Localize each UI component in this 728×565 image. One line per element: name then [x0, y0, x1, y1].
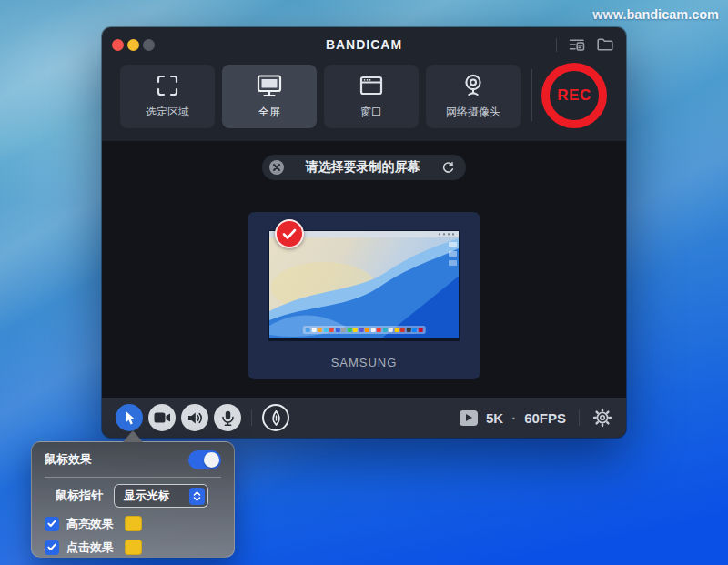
dock-app-icon: [318, 328, 322, 332]
footer-toolbar: 5K · 60FPS: [102, 398, 626, 438]
record-button[interactable]: REC: [541, 63, 607, 128]
dock: [303, 326, 426, 334]
desktop-preview-image: [269, 231, 460, 341]
popover-divider: [45, 477, 221, 478]
webcam-icon: [460, 72, 487, 99]
dock-app-icon: [370, 328, 375, 332]
dock-app-icon: [335, 328, 339, 332]
bandicam-window: BANDICAM: [102, 27, 626, 438]
toggle-knob: [204, 452, 219, 468]
highlight-effect-label: 高亮效果: [66, 516, 114, 532]
footer-divider: [251, 409, 252, 426]
titlebar-divider: [556, 38, 557, 52]
dock-app-icon: [412, 328, 417, 332]
mode-label: 网络摄像头: [446, 105, 500, 120]
dock-app-icon: [353, 328, 358, 332]
window-capture-icon: [358, 72, 385, 99]
window-title: BANDICAM: [102, 27, 626, 62]
dock-app-icon: [377, 328, 381, 332]
highlight-effect-checkbox[interactable]: [45, 517, 59, 531]
dock-app-icon: [329, 328, 334, 332]
dock-app-icon: [347, 328, 351, 332]
open-folder-icon[interactable]: [597, 38, 613, 51]
webcam-overlay-button[interactable]: [148, 404, 176, 431]
mouse-effects-button[interactable]: [116, 404, 143, 431]
desktop-wallpaper: www.bandicam.com BANDICAM: [0, 0, 728, 565]
selected-check-badge: [275, 219, 304, 248]
drawing-mode-button[interactable]: [262, 404, 289, 431]
separator-dot: ·: [511, 410, 516, 426]
gear-icon: [592, 408, 612, 428]
microphone-button[interactable]: [214, 404, 241, 431]
mouse-effects-popover: 鼠标效果 鼠标指针 显示光标 高亮效果: [31, 441, 235, 558]
mode-label: 窗口: [360, 105, 382, 120]
dock-app-icon: [306, 328, 310, 332]
click-effect-checkbox[interactable]: [45, 540, 59, 555]
cursor-icon: [123, 410, 136, 426]
record-button-label: REC: [557, 86, 591, 105]
footer-divider: [579, 409, 580, 426]
mode-button-window[interactable]: 窗口: [324, 65, 419, 128]
dock-app-icon: [406, 328, 410, 332]
dock-app-icon: [389, 328, 393, 332]
dock-app-icon: [400, 328, 405, 332]
video-camera-icon: [154, 411, 171, 424]
mode-label: 选定区域: [146, 105, 189, 120]
status-message: 请选择要录制的屏幕: [293, 159, 432, 176]
region-select-icon: [154, 72, 181, 99]
video-format-icon: [460, 410, 478, 426]
mode-button-fullscreen[interactable]: 全屏: [222, 65, 317, 128]
popover-arrow: [123, 430, 143, 442]
watermark-url: www.bandicam.com: [592, 7, 719, 22]
dock-app-icon: [311, 328, 316, 332]
microphone-icon: [221, 410, 235, 426]
dock-app-icon: [365, 328, 369, 332]
dock-app-icon: [394, 328, 399, 332]
screen-name-label: SAMSUNG: [248, 356, 480, 369]
pointer-select[interactable]: 显示光标: [114, 484, 208, 508]
mode-button-region[interactable]: 选定区域: [120, 65, 215, 128]
recordings-list-icon[interactable]: [569, 38, 585, 52]
dock-app-icon: [418, 328, 422, 332]
mode-button-webcam[interactable]: 网络摄像头: [426, 65, 521, 128]
refresh-icon[interactable]: [441, 161, 455, 175]
screen-card-samsung[interactable]: SAMSUNG: [248, 212, 480, 379]
pointer-label: 鼠标指针: [56, 488, 103, 504]
mouse-effects-toggle[interactable]: [188, 450, 221, 469]
titlebar: BANDICAM: [102, 27, 626, 62]
capture-mode-toolbar: 选定区域 全屏 窗: [102, 62, 626, 141]
toolbar-divider: [531, 69, 532, 121]
highlight-color-swatch[interactable]: [125, 516, 142, 531]
dock-app-icon: [382, 328, 387, 332]
pointer-select-value: 显示光标: [124, 489, 189, 504]
dock-app-icon: [359, 328, 363, 332]
drawing-pen-icon: [270, 410, 282, 426]
resolution-value: 5K: [486, 410, 503, 426]
dock-app-icon: [341, 328, 346, 332]
status-bar: 请选择要录制的屏幕: [262, 155, 466, 180]
select-stepper-icon: [189, 488, 205, 505]
screen-thumbnail: [268, 230, 460, 341]
speaker-icon: [187, 411, 203, 425]
fullscreen-monitor-icon: [255, 72, 284, 99]
clear-circle-icon: [269, 160, 284, 175]
settings-button[interactable]: [592, 408, 612, 428]
popover-title: 鼠标效果: [45, 451, 92, 468]
dock-app-icon: [323, 328, 328, 332]
click-effect-label: 点击效果: [66, 540, 114, 556]
speaker-button[interactable]: [181, 404, 208, 431]
fps-value: 60FPS: [524, 410, 566, 426]
screen-select-area: 请选择要录制的屏幕: [102, 141, 626, 398]
mode-label: 全屏: [258, 105, 280, 120]
click-color-swatch[interactable]: [125, 540, 142, 555]
